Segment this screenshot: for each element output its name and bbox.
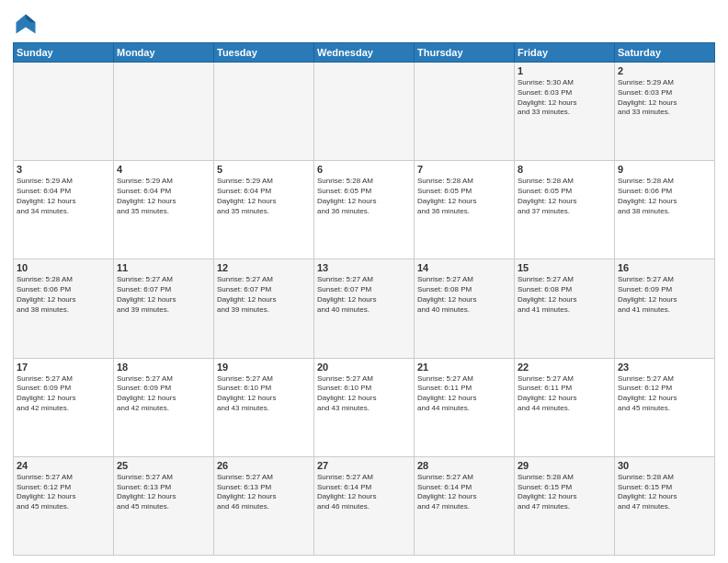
day-number: 13 xyxy=(317,262,411,273)
weekday-row: SundayMondayTuesdayWednesdayThursdayFrid… xyxy=(14,43,715,63)
calendar-cell: 24Sunrise: 5:27 AM Sunset: 6:12 PM Dayli… xyxy=(14,456,114,555)
day-number: 25 xyxy=(117,460,210,471)
day-info: Sunrise: 5:27 AM Sunset: 6:13 PM Dayligh… xyxy=(117,473,210,512)
day-number: 26 xyxy=(217,460,311,471)
calendar-cell: 22Sunrise: 5:27 AM Sunset: 6:11 PM Dayli… xyxy=(515,358,615,456)
day-info: Sunrise: 5:28 AM Sunset: 6:05 PM Dayligh… xyxy=(417,177,511,216)
calendar-cell: 13Sunrise: 5:27 AM Sunset: 6:07 PM Dayli… xyxy=(314,259,415,358)
page: SundayMondayTuesdayWednesdayThursdayFrid… xyxy=(0,0,728,563)
day-number: 5 xyxy=(217,164,311,175)
day-number: 27 xyxy=(317,460,411,471)
calendar-cell: 20Sunrise: 5:27 AM Sunset: 6:10 PM Dayli… xyxy=(314,358,415,456)
day-info: Sunrise: 5:27 AM Sunset: 6:10 PM Dayligh… xyxy=(217,374,311,414)
calendar-cell: 10Sunrise: 5:28 AM Sunset: 6:06 PM Dayli… xyxy=(14,259,114,358)
day-number: 19 xyxy=(217,362,311,373)
day-number: 3 xyxy=(17,164,110,175)
header xyxy=(13,11,715,37)
weekday-header-thursday: Thursday xyxy=(415,43,515,63)
calendar-week-2: 3Sunrise: 5:29 AM Sunset: 6:04 PM Daylig… xyxy=(14,161,715,259)
day-info: Sunrise: 5:27 AM Sunset: 6:08 PM Dayligh… xyxy=(518,275,611,315)
day-number: 29 xyxy=(518,460,611,471)
calendar-header: SundayMondayTuesdayWednesdayThursdayFrid… xyxy=(14,43,715,63)
calendar-cell: 27Sunrise: 5:27 AM Sunset: 6:14 PM Dayli… xyxy=(314,456,415,555)
calendar-cell: 25Sunrise: 5:27 AM Sunset: 6:13 PM Dayli… xyxy=(114,456,214,555)
calendar-body: 1Sunrise: 5:30 AM Sunset: 6:03 PM Daylig… xyxy=(14,63,715,556)
day-number: 18 xyxy=(117,362,210,373)
day-number: 16 xyxy=(618,262,711,273)
calendar-cell: 5Sunrise: 5:29 AM Sunset: 6:04 PM Daylig… xyxy=(214,161,314,259)
weekday-header-saturday: Saturday xyxy=(615,43,715,63)
day-number: 30 xyxy=(618,460,711,471)
day-info: Sunrise: 5:29 AM Sunset: 6:03 PM Dayligh… xyxy=(618,78,711,118)
day-number: 7 xyxy=(417,164,511,175)
calendar-cell: 18Sunrise: 5:27 AM Sunset: 6:09 PM Dayli… xyxy=(114,358,214,456)
day-info: Sunrise: 5:27 AM Sunset: 6:08 PM Dayligh… xyxy=(417,275,511,315)
calendar-cell xyxy=(415,63,515,161)
calendar-cell: 23Sunrise: 5:27 AM Sunset: 6:12 PM Dayli… xyxy=(615,358,715,456)
calendar-week-3: 10Sunrise: 5:28 AM Sunset: 6:06 PM Dayli… xyxy=(14,259,715,358)
day-info: Sunrise: 5:27 AM Sunset: 6:14 PM Dayligh… xyxy=(417,473,511,512)
day-info: Sunrise: 5:27 AM Sunset: 6:12 PM Dayligh… xyxy=(17,473,110,512)
day-info: Sunrise: 5:27 AM Sunset: 6:12 PM Dayligh… xyxy=(618,374,711,414)
calendar-cell: 6Sunrise: 5:28 AM Sunset: 6:05 PM Daylig… xyxy=(314,161,415,259)
calendar-week-4: 17Sunrise: 5:27 AM Sunset: 6:09 PM Dayli… xyxy=(14,358,715,456)
calendar-cell: 8Sunrise: 5:28 AM Sunset: 6:05 PM Daylig… xyxy=(515,161,615,259)
calendar-cell: 7Sunrise: 5:28 AM Sunset: 6:05 PM Daylig… xyxy=(415,161,515,259)
day-number: 22 xyxy=(518,362,611,373)
day-info: Sunrise: 5:27 AM Sunset: 6:09 PM Dayligh… xyxy=(618,275,711,315)
calendar-cell: 19Sunrise: 5:27 AM Sunset: 6:10 PM Dayli… xyxy=(214,358,314,456)
day-info: Sunrise: 5:28 AM Sunset: 6:05 PM Dayligh… xyxy=(518,177,611,216)
day-info: Sunrise: 5:29 AM Sunset: 6:04 PM Dayligh… xyxy=(217,177,311,216)
day-info: Sunrise: 5:27 AM Sunset: 6:09 PM Dayligh… xyxy=(117,374,210,414)
day-info: Sunrise: 5:27 AM Sunset: 6:14 PM Dayligh… xyxy=(317,473,411,512)
day-number: 17 xyxy=(17,362,110,373)
calendar-cell: 28Sunrise: 5:27 AM Sunset: 6:14 PM Dayli… xyxy=(415,456,515,555)
day-number: 12 xyxy=(217,262,311,273)
calendar-cell: 15Sunrise: 5:27 AM Sunset: 6:08 PM Dayli… xyxy=(515,259,615,358)
day-info: Sunrise: 5:29 AM Sunset: 6:04 PM Dayligh… xyxy=(17,177,110,216)
calendar-cell: 4Sunrise: 5:29 AM Sunset: 6:04 PM Daylig… xyxy=(114,161,214,259)
weekday-header-monday: Monday xyxy=(114,43,214,63)
day-info: Sunrise: 5:28 AM Sunset: 6:06 PM Dayligh… xyxy=(618,177,711,216)
calendar-cell: 17Sunrise: 5:27 AM Sunset: 6:09 PM Dayli… xyxy=(14,358,114,456)
weekday-header-friday: Friday xyxy=(515,43,615,63)
calendar-cell xyxy=(214,63,314,161)
day-info: Sunrise: 5:28 AM Sunset: 6:05 PM Dayligh… xyxy=(317,177,411,216)
weekday-header-tuesday: Tuesday xyxy=(214,43,314,63)
calendar-cell: 3Sunrise: 5:29 AM Sunset: 6:04 PM Daylig… xyxy=(14,161,114,259)
calendar-cell xyxy=(314,63,415,161)
calendar-cell: 2Sunrise: 5:29 AM Sunset: 6:03 PM Daylig… xyxy=(615,63,715,161)
day-number: 28 xyxy=(417,460,511,471)
weekday-header-wednesday: Wednesday xyxy=(314,43,415,63)
calendar-cell xyxy=(114,63,214,161)
weekday-header-sunday: Sunday xyxy=(14,43,114,63)
day-number: 9 xyxy=(618,164,711,175)
calendar-week-1: 1Sunrise: 5:30 AM Sunset: 6:03 PM Daylig… xyxy=(14,63,715,161)
calendar-cell: 9Sunrise: 5:28 AM Sunset: 6:06 PM Daylig… xyxy=(615,161,715,259)
day-info: Sunrise: 5:27 AM Sunset: 6:13 PM Dayligh… xyxy=(217,473,311,512)
day-number: 8 xyxy=(518,164,611,175)
day-info: Sunrise: 5:30 AM Sunset: 6:03 PM Dayligh… xyxy=(518,78,611,118)
day-info: Sunrise: 5:27 AM Sunset: 6:11 PM Dayligh… xyxy=(518,374,611,414)
calendar-table: SundayMondayTuesdayWednesdayThursdayFrid… xyxy=(13,42,715,556)
day-number: 2 xyxy=(618,65,711,76)
calendar-cell: 14Sunrise: 5:27 AM Sunset: 6:08 PM Dayli… xyxy=(415,259,515,358)
calendar-cell: 11Sunrise: 5:27 AM Sunset: 6:07 PM Dayli… xyxy=(114,259,214,358)
logo-icon xyxy=(13,11,39,37)
day-info: Sunrise: 5:28 AM Sunset: 6:15 PM Dayligh… xyxy=(518,473,611,512)
day-info: Sunrise: 5:27 AM Sunset: 6:07 PM Dayligh… xyxy=(217,275,311,315)
day-info: Sunrise: 5:28 AM Sunset: 6:06 PM Dayligh… xyxy=(17,275,110,315)
day-info: Sunrise: 5:27 AM Sunset: 6:07 PM Dayligh… xyxy=(117,275,210,315)
day-number: 6 xyxy=(317,164,411,175)
day-number: 10 xyxy=(17,262,110,273)
day-number: 21 xyxy=(417,362,511,373)
calendar-cell: 16Sunrise: 5:27 AM Sunset: 6:09 PM Dayli… xyxy=(615,259,715,358)
calendar-cell: 26Sunrise: 5:27 AM Sunset: 6:13 PM Dayli… xyxy=(214,456,314,555)
day-info: Sunrise: 5:27 AM Sunset: 6:11 PM Dayligh… xyxy=(417,374,511,414)
calendar-cell: 29Sunrise: 5:28 AM Sunset: 6:15 PM Dayli… xyxy=(515,456,615,555)
day-number: 11 xyxy=(117,262,210,273)
day-info: Sunrise: 5:29 AM Sunset: 6:04 PM Dayligh… xyxy=(117,177,210,216)
day-number: 20 xyxy=(317,362,411,373)
day-number: 23 xyxy=(618,362,711,373)
calendar-cell: 1Sunrise: 5:30 AM Sunset: 6:03 PM Daylig… xyxy=(515,63,615,161)
